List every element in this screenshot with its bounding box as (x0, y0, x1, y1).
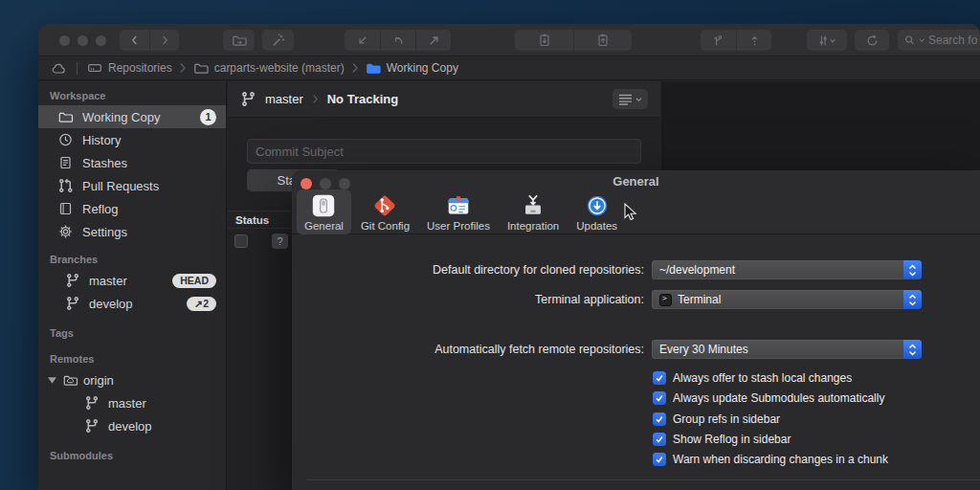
pull-request-icon (57, 178, 74, 193)
forward-icon (158, 33, 171, 47)
stash-group (515, 30, 632, 51)
popup-stepper-icon (903, 260, 922, 279)
filter-button[interactable] (807, 30, 847, 51)
git-branch-icon (65, 273, 80, 288)
remote-cloud-folder-icon (62, 372, 78, 388)
breadcrumb: Repositories carparts-website (master) W… (38, 56, 980, 80)
checkbox-show-reflog[interactable]: Show Reflog in sidebar (653, 432, 791, 447)
folder-icon (57, 109, 74, 124)
ahead-badge: ↗2 (187, 297, 216, 311)
sidebar-item-origin-develop[interactable]: develop (38, 414, 226, 437)
commit-subject-input[interactable] (247, 139, 641, 164)
sidebar-section-branches: Branches (50, 254, 226, 267)
field-label: Terminal application: (292, 293, 644, 306)
cloud-icon (51, 62, 67, 75)
pull-button[interactable] (380, 30, 415, 51)
stash-apply-button[interactable] (573, 30, 632, 51)
back-button[interactable] (120, 30, 149, 51)
sidebar-item-branch-develop[interactable]: develop ↗2 (38, 292, 226, 315)
create-tag-button[interactable] (736, 30, 771, 51)
push-icon (427, 33, 441, 48)
quick-launch-wand-icon (271, 33, 286, 48)
branch-tag-group (701, 30, 771, 51)
push-button[interactable] (415, 30, 451, 51)
chevron-right-icon (179, 62, 187, 74)
sidebar-item-remote-origin[interactable]: origin (38, 368, 226, 391)
tab-general[interactable]: General (297, 189, 351, 234)
sidebar-item-stashes[interactable]: Stashes (38, 151, 226, 174)
repositories-drive-icon (87, 60, 102, 76)
forward-button[interactable] (149, 30, 179, 51)
tag-icon (747, 33, 762, 48)
gear-icon (57, 224, 74, 239)
chevron-down-icon (919, 37, 925, 43)
checkbox-group-refs[interactable]: Group refs in sidebar (653, 412, 780, 427)
git-logo-icon (371, 192, 398, 219)
default-directory-select[interactable]: ~/development (652, 260, 922, 279)
divider (306, 479, 980, 480)
file-stage-checkbox[interactable] (234, 234, 248, 248)
fetch-button[interactable] (345, 30, 380, 51)
sidebar-item-branch-master[interactable]: master HEAD (38, 269, 226, 292)
tab-user-profiles[interactable]: User Profiles (419, 189, 498, 234)
checkbox-warn-discard-chunk[interactable]: Warn when discarding changes in a chunk (653, 452, 888, 467)
traffic-lights (59, 35, 106, 46)
stash-apply-icon (595, 33, 611, 48)
git-branch-icon (84, 395, 100, 411)
create-branch-button[interactable] (701, 30, 736, 51)
dialog-title: General (292, 174, 980, 189)
checkbox-update-submodules[interactable]: Always update Submodules automatically (653, 390, 884, 406)
profile-card-icon (445, 192, 472, 219)
tab-updates[interactable]: Updates (568, 189, 625, 234)
clock-icon (57, 132, 74, 147)
git-branch-icon (240, 91, 256, 107)
breadcrumb-label: carparts-website (master) (214, 61, 345, 75)
general-switch-icon (310, 192, 337, 219)
commit-stash-button[interactable] (515, 30, 573, 51)
search-field[interactable] (898, 30, 980, 51)
checkbox-checked-icon (653, 371, 666, 385)
tab-integration[interactable]: Integration (500, 189, 567, 234)
sidebar-item-working-copy[interactable]: Working Copy 1 (38, 105, 226, 128)
zoom-window-button[interactable] (96, 35, 106, 46)
journal-icon (57, 201, 74, 216)
auto-fetch-interval-select[interactable]: Every 30 Minutes (652, 340, 922, 359)
pull-icon (391, 33, 406, 48)
checkbox-checked-icon (653, 412, 666, 426)
checkbox-checked-icon (653, 453, 666, 466)
integration-tray-icon (520, 192, 546, 219)
refresh-button[interactable] (855, 30, 889, 51)
field-label: Automatically fetch remote repositories: (292, 343, 644, 356)
quick-launch-button[interactable] (262, 30, 294, 51)
search-input[interactable] (928, 33, 980, 47)
breadcrumb-working-copy[interactable]: Working Copy (366, 60, 458, 76)
commit-options-button[interactable] (612, 89, 648, 109)
disclosure-triangle-icon (47, 375, 57, 385)
sidebar-item-history[interactable]: History (38, 128, 226, 151)
tab-git-config[interactable]: Git Config (353, 189, 417, 234)
nav-group (120, 30, 179, 51)
open-repo-icon (232, 33, 247, 48)
branch-icon (711, 33, 725, 48)
sidebar-item-origin-master[interactable]: master (38, 391, 226, 414)
fetch-icon (355, 33, 369, 48)
window-toolbar (38, 24, 980, 56)
sidebar-item-settings[interactable]: Settings (38, 220, 226, 243)
desktop: { "colors": { "accent": "#2d6bdf", "dial… (0, 0, 980, 490)
sidebar-section-submodules: Submodules (50, 450, 226, 463)
terminal-application-select[interactable]: Terminal (652, 290, 922, 309)
mouse-cursor-icon (624, 203, 640, 222)
breadcrumb-repositories[interactable]: Repositories (87, 60, 172, 76)
sidebar-item-reflog[interactable]: Reflog (38, 197, 226, 220)
file-status-help-button[interactable]: ? (272, 234, 288, 249)
popup-stepper-icon (903, 340, 922, 359)
checkbox-stash-local-changes[interactable]: Always offer to stash local changes (653, 370, 852, 386)
general-preferences-form: Default directory for cloned repositorie… (292, 234, 980, 490)
breadcrumb-repo[interactable]: carparts-website (master) (193, 60, 345, 76)
close-window-button[interactable] (59, 35, 70, 46)
sidebar-item-pull-requests[interactable]: Pull Requests (38, 174, 226, 197)
search-icon (903, 33, 916, 47)
open-repo-button[interactable] (223, 30, 255, 51)
minimize-window-button[interactable] (78, 35, 88, 46)
refresh-icon (865, 33, 880, 48)
